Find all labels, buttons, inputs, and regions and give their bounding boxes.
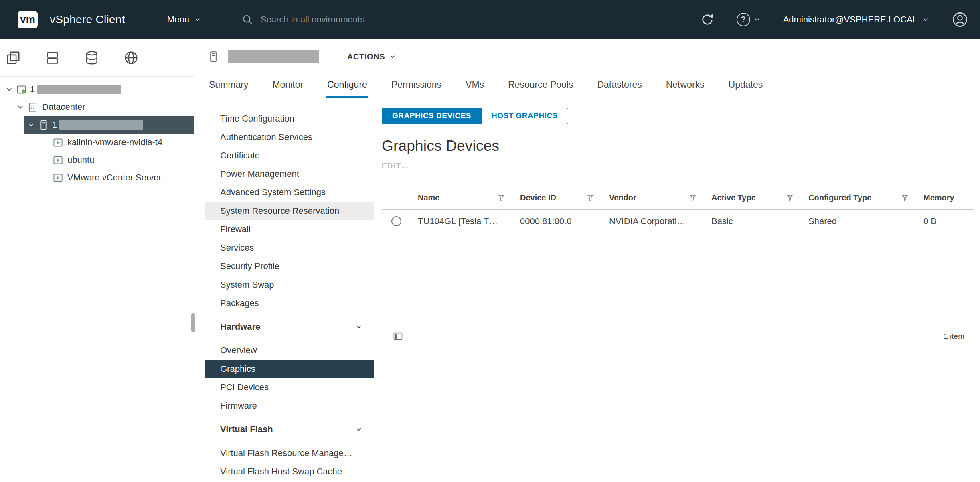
tree-item-host-selected[interactable]: 1	[24, 116, 194, 134]
graphics-toggle-group: GRAPHICS DEVICES HOST GRAPHICS	[382, 108, 568, 124]
cfg-section-hardware[interactable]: Hardware	[205, 318, 374, 336]
help-menu-button[interactable]: ?	[737, 13, 761, 26]
tab-datastores[interactable]: Datastores	[596, 79, 642, 98]
filter-icon[interactable]	[901, 194, 908, 201]
cfg-item-security-profile[interactable]: Security Profile	[205, 257, 374, 275]
cell-configured-type: Shared	[801, 216, 916, 227]
filter-icon[interactable]	[786, 194, 793, 201]
filter-icon[interactable]	[498, 194, 505, 201]
redacted-label	[59, 120, 143, 130]
column-header-device-id: Device ID	[512, 193, 601, 203]
tab-updates[interactable]: Updates	[728, 79, 764, 98]
tab-permissions[interactable]: Permissions	[391, 79, 442, 98]
column-label: Memory	[923, 193, 954, 203]
refresh-icon	[701, 13, 714, 26]
configure-split: Time Configuration Authentication Servic…	[194, 98, 980, 482]
vmware-logo[interactable]: vm	[18, 11, 38, 28]
column-header-active-type: Active Type	[704, 193, 801, 203]
table-footer: 1 item	[382, 328, 974, 345]
cfg-item-graphics[interactable]: Graphics	[205, 360, 374, 378]
main-area: ACTIONS Summary Monitor Configure Permis…	[194, 39, 980, 482]
chevron-down-icon	[753, 16, 761, 23]
tree-item-vcenter[interactable]: 1	[0, 81, 194, 98]
sidebar-resize-handle[interactable]	[191, 313, 195, 332]
cfg-item-virtual-flash-host-swap-cache[interactable]: Virtual Flash Host Swap Cache	[205, 462, 374, 481]
object-tabs: Summary Monitor Configure Permissions VM…	[194, 66, 980, 98]
object-header: ACTIONS	[194, 47, 980, 66]
chevron-down-icon[interactable]	[16, 103, 25, 111]
host-icon	[207, 51, 219, 63]
tree-item-vm-ubuntu[interactable]: ubuntu	[0, 151, 194, 169]
menu-button[interactable]: Menu	[167, 14, 201, 25]
cell-memory: 0 B	[916, 216, 974, 227]
user-menu-button[interactable]: Administrator@VSPHERE.LOCAL	[783, 14, 929, 25]
row-radio[interactable]	[391, 216, 401, 226]
cfg-item-advanced-system-settings[interactable]: Advanced System Settings	[205, 183, 374, 202]
tab-networks[interactable]: Networks	[665, 79, 705, 98]
table-row[interactable]: TU104GL [Tesla T… 0000:81:00.0 NVIDIA Co…	[382, 210, 974, 233]
configure-nav: Time Configuration Authentication Servic…	[205, 98, 374, 482]
filter-icon[interactable]	[587, 194, 594, 201]
chevron-down-icon[interactable]	[27, 120, 36, 129]
global-search	[241, 14, 485, 26]
search-input[interactable]	[261, 14, 485, 25]
graphics-devices-table: Name Device ID Vendor	[382, 186, 974, 345]
column-header-memory: Memory	[916, 193, 974, 203]
chevron-down-icon	[355, 323, 363, 331]
redacted-label	[37, 85, 121, 94]
tree-item-vm-kalinin[interactable]: kalinin-vmware-nvidia-t4	[0, 134, 194, 151]
cfg-item-pci-devices[interactable]: PCI Devices	[205, 378, 374, 397]
cfg-item-system-swap[interactable]: System Swap	[205, 275, 374, 294]
cfg-item-firewall[interactable]: Firewall	[205, 220, 374, 239]
cfg-item-certificate[interactable]: Certificate	[205, 146, 374, 165]
tab-resource-pools[interactable]: Resource Pools	[507, 79, 574, 98]
cfg-item-system-resource-reservation[interactable]: System Resource Reservation	[205, 202, 374, 220]
item-count: 1 item	[944, 332, 964, 341]
cfg-item-overview[interactable]: Overview	[205, 341, 374, 360]
hosts-and-clusters-icon[interactable]	[6, 50, 21, 65]
cfg-item-firmware[interactable]: Firmware	[205, 397, 374, 415]
graphics-devices-toggle[interactable]: GRAPHICS DEVICES	[382, 108, 481, 124]
cell-vendor: NVIDIA Corporati…	[601, 216, 704, 227]
datacenter-icon	[27, 102, 38, 113]
avatar-icon[interactable]	[952, 12, 968, 28]
tree-item-label: ubuntu	[67, 155, 94, 165]
inventory-view-switcher	[0, 39, 194, 77]
column-settings-icon[interactable]	[393, 332, 403, 340]
vms-and-templates-icon[interactable]	[45, 50, 60, 65]
tree-item-vm-vcenter-server[interactable]: VMware vCenter Server	[0, 169, 194, 186]
app-title: vSphere Client	[50, 13, 125, 26]
tree-item-label: Datacenter	[42, 102, 85, 112]
cfg-item-services[interactable]: Services	[205, 239, 374, 257]
actions-button[interactable]: ACTIONS	[347, 52, 396, 61]
edit-button[interactable]: EDIT…	[382, 162, 409, 170]
inventory-sidebar: 1 Datacenter 1 kalinin-vmware-nvidia	[0, 39, 194, 482]
tree-item-label: 1	[52, 119, 57, 130]
cfg-item-virtual-flash-resource-management[interactable]: Virtual Flash Resource Manage…	[205, 444, 374, 462]
cfg-section-label: Hardware	[220, 322, 260, 332]
cfg-item-power-management[interactable]: Power Management	[205, 165, 374, 183]
help-icon: ?	[737, 13, 750, 26]
chevron-down-icon[interactable]	[5, 85, 14, 94]
host-icon	[38, 119, 49, 130]
refresh-button[interactable]	[701, 13, 714, 26]
tree-item-datacenter[interactable]: Datacenter	[0, 98, 194, 116]
vm-icon	[53, 155, 63, 166]
vm-icon	[53, 137, 63, 148]
tree-item-label: kalinin-vmware-nvidia-t4	[67, 137, 162, 148]
host-graphics-toggle[interactable]: HOST GRAPHICS	[481, 108, 568, 124]
tab-summary[interactable]: Summary	[208, 79, 249, 98]
tab-configure[interactable]: Configure	[326, 79, 368, 98]
topbar-divider	[147, 11, 147, 28]
networking-icon[interactable]	[124, 50, 139, 65]
chevron-down-icon	[355, 425, 363, 433]
tab-monitor[interactable]: Monitor	[271, 79, 304, 98]
cfg-item-time-configuration[interactable]: Time Configuration	[205, 109, 374, 128]
cfg-item-packages[interactable]: Packages	[205, 294, 374, 312]
cfg-section-virtual-flash[interactable]: Virtual Flash	[205, 420, 374, 439]
chevron-down-icon	[922, 16, 929, 23]
storage-icon[interactable]	[84, 50, 99, 65]
filter-icon[interactable]	[689, 194, 696, 201]
cfg-item-authentication-services[interactable]: Authentication Services	[205, 128, 374, 146]
tab-vms[interactable]: VMs	[465, 79, 485, 98]
